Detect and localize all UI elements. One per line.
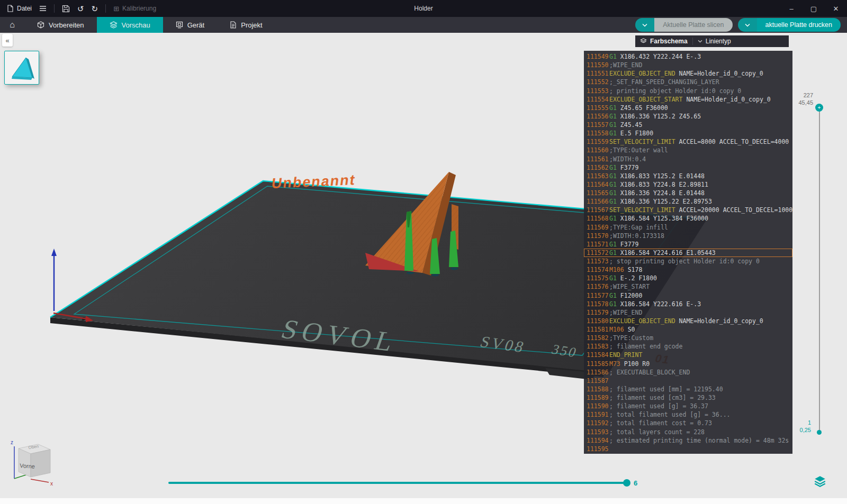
gcode-line[interactable]: 111582;TYPE:Custom [584, 334, 792, 342]
gcode-line[interactable]: 111562G1 F3779 [584, 163, 792, 172]
gcode-line[interactable]: 111553; printing object Holder id:0 copy… [584, 87, 792, 95]
gcode-line[interactable]: 111571G1 F3779 [584, 240, 792, 249]
z-axis-arrow [51, 249, 57, 256]
color-scheme-dropdown[interactable]: Farbschema [635, 35, 692, 47]
redo-button[interactable]: ↻ [92, 5, 98, 13]
layer-slider-lower-handle[interactable] [817, 430, 822, 435]
gcode-line[interactable]: 111565G1 X186.336 Y224.8 E.01448 [584, 189, 792, 197]
move-slider-track[interactable] [168, 482, 628, 484]
gcode-line[interactable]: 111555G1 Z45.65 F36000 [584, 104, 792, 112]
gcode-line[interactable]: 111573; stop printing object Holder id:0… [584, 257, 792, 265]
gcode-line[interactable]: 111575G1 E-.2 F1800 [584, 274, 792, 282]
move-slider-handle[interactable] [623, 479, 630, 487]
slice-plate-button[interactable]: Aktuelle Platte slicen [635, 18, 732, 32]
layer-slider-upper-handle[interactable]: + [815, 104, 823, 112]
gcode-line[interactable]: 111567SET_VELOCITY_LIMIT ACCEL=20000 ACC… [584, 206, 792, 214]
gcode-line[interactable]: 111594; estimated printing time (normal … [584, 436, 792, 445]
print-plate-button[interactable]: aktuelle Platte drucken [738, 18, 841, 32]
slice-dropdown[interactable] [635, 18, 654, 32]
list-icon [39, 5, 47, 12]
gcode-line[interactable]: 111554EXCLUDE_OBJECT_START NAME=Holder_i… [584, 95, 792, 104]
gcode-line[interactable]: 111570;WIDTH:0.173318 [584, 232, 792, 240]
gcode-line-content: G1 X186.584 Y222.616 E-.3 [609, 300, 701, 308]
gcode-line[interactable]: 111559SET_VELOCITY_LIMIT ACCEL=8000 ACCE… [584, 138, 792, 146]
gcode-line[interactable]: 111561;WIDTH:0.4 [584, 155, 792, 163]
menu-list-button[interactable] [39, 5, 47, 12]
gcode-line[interactable]: 111549G1 X186.432 Y222.244 E-.3 [584, 52, 792, 61]
gcode-line[interactable]: 111550;WIPE_END [584, 61, 792, 69]
tab-projekt[interactable]: Projekt [217, 17, 275, 33]
tab-vorbereiten[interactable]: Vorbereiten [24, 17, 97, 33]
plate-thumbnail[interactable] [4, 51, 39, 85]
gcode-line-number: 111549 [584, 52, 609, 61]
gcode-line[interactable]: 111587 [584, 377, 792, 385]
cube-y-axis [14, 474, 28, 479]
layers-view-button[interactable] [814, 475, 826, 488]
gcode-line-content: G1 X186.336 Y125.22 E2.89753 [609, 197, 712, 206]
gcode-line[interactable]: 111574M106 S178 [584, 265, 792, 274]
document-icon [230, 21, 237, 29]
gcode-line[interactable]: 111552;_SET_FAN_SPEED_CHANGING_LAYER [584, 78, 792, 86]
x-axis-label: x [50, 481, 53, 487]
gcode-line-number: 111587 [584, 377, 609, 385]
line-type-dropdown[interactable]: Linientyp [693, 35, 736, 47]
gcode-line[interactable]: 111589; filament used [cm3] = 29.33 [584, 393, 792, 402]
tab-geraet[interactable]: Gerät [163, 17, 218, 33]
collapse-sidebar-button[interactable]: « [2, 34, 13, 47]
tab-label: Vorbereiten [49, 21, 84, 29]
gcode-line[interactable]: 111556G1 X186.336 Y125.2 Z45.65 [584, 112, 792, 121]
gcode-line-number: 111561 [584, 155, 609, 163]
gcode-line-number: 111555 [584, 104, 609, 112]
gcode-viewer-panel[interactable]: 111549G1 X186.432 Y222.244 E-.3111550;WI… [584, 51, 792, 454]
gcode-line[interactable]: 111593; total layers count = 228 [584, 428, 792, 436]
gcode-line-number: 111550 [584, 61, 609, 69]
tab-vorschau[interactable]: Vorschau [97, 17, 163, 33]
gcode-line[interactable]: 111580EXCLUDE_OBJECT_END NAME=Holder_id_… [584, 317, 792, 325]
gcode-line[interactable]: 111558G1 E.5 F1800 [584, 129, 792, 138]
gcode-line[interactable]: 111578G1 X186.584 Y222.616 E-.3 [584, 300, 792, 308]
gcode-line[interactable]: 111590; filament used [g] = 36.37 [584, 402, 792, 410]
print-dropdown[interactable] [738, 18, 757, 32]
gcode-line[interactable]: 111560;TYPE:Outer wall [584, 146, 792, 154]
file-menu[interactable]: Datei [6, 5, 32, 12]
gcode-line-number: 111589 [584, 393, 609, 402]
gcode-line[interactable]: 111568G1 X186.584 Y125.384 F36000 [584, 214, 792, 223]
gcode-line[interactable]: 111591; total filament used [g] = 36... [584, 410, 792, 419]
layer-slider-track[interactable] [819, 106, 820, 433]
gcode-line[interactable]: 111584END_PRINT [584, 351, 792, 359]
calibration-menu[interactable]: ⊞ Kalibrierung [113, 5, 156, 12]
gcode-line[interactable]: 111557G1 Z45.45 [584, 121, 792, 129]
gcode-line[interactable]: 111586; EXECUTABLE_BLOCK_END [584, 368, 792, 377]
line-type-label: Linientyp [706, 38, 731, 45]
gcode-line[interactable]: 111592; total filament cost = 0.73 [584, 419, 792, 427]
gcode-line[interactable]: 111566G1 X186.336 Y125.22 E2.89753 [584, 197, 792, 206]
gcode-line[interactable]: 111583; filament end gcode [584, 342, 792, 351]
gcode-line-content: ; stop printing object Holder id:0 copy … [609, 257, 760, 265]
gcode-line[interactable]: 111563G1 X186.833 Y125.2 E.01448 [584, 172, 792, 180]
chevron-down-icon [698, 40, 702, 43]
save-button[interactable] [62, 5, 70, 13]
gcode-line[interactable]: 111585M73 P100 R0 [584, 360, 792, 368]
gcode-line-content: M106 S178 [609, 265, 642, 274]
gcode-line[interactable]: 111569;TYPE:Gap infill [584, 223, 792, 232]
maximize-button[interactable]: ▢ [803, 0, 825, 17]
gcode-line-content: G1 X186.833 Y125.2 E.01448 [609, 172, 705, 180]
gcode-line[interactable]: 111564G1 X186.833 Y224.8 E2.89811 [584, 180, 792, 189]
gcode-line[interactable]: 111588; filament used [mm] = 12195.40 [584, 385, 792, 393]
navigation-cube[interactable]: Oben Vorne z x [11, 439, 53, 487]
cube-x-axis [31, 479, 49, 482]
gcode-line[interactable]: 111551EXCLUDE_OBJECT_END NAME=Holder_id_… [584, 69, 792, 78]
undo-button[interactable]: ↺ [77, 5, 84, 13]
gcode-line[interactable]: 111581M106 S0 [584, 325, 792, 334]
gcode-line[interactable]: 111579;WIPE_END [584, 308, 792, 317]
gcode-line-number: 111578 [584, 300, 609, 308]
minimize-button[interactable]: – [780, 0, 803, 17]
gcode-line-content: ;WIDTH:0.173318 [609, 232, 664, 240]
gcode-line[interactable]: 111577G1 F12000 [584, 291, 792, 300]
gcode-line[interactable]: 111572G1 X186.584 Y224.616 E1.05443 [584, 249, 792, 257]
gcode-line[interactable]: 111576;WIPE_START [584, 282, 792, 291]
home-button[interactable]: ⌂ [0, 17, 24, 33]
close-button[interactable]: ✕ [825, 0, 847, 17]
gcode-line-number: 111574 [584, 265, 609, 274]
gcode-line[interactable]: 111595 [584, 445, 792, 453]
